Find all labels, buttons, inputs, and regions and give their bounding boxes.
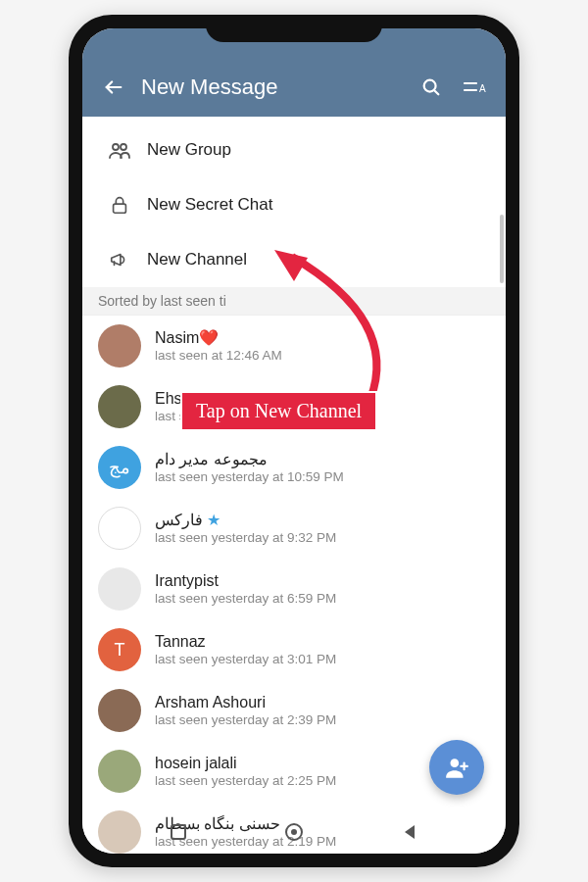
lock-icon (98, 194, 141, 216)
new-contact-fab[interactable] (429, 740, 484, 795)
avatar: مج (98, 446, 141, 489)
scrollbar[interactable] (500, 215, 504, 283)
nav-recent-icon[interactable] (170, 823, 187, 841)
contact-status: last seen yesterday at 3:01 PM (155, 652, 336, 668)
back-arrow-icon (103, 76, 124, 98)
people-icon (98, 138, 141, 162)
contact-row[interactable]: Irantypistlast seen yesterday at 6:59 PM (82, 559, 506, 619)
option-new-channel[interactable]: New Channel (82, 232, 506, 287)
contact-status: last seen at 12:46 AM (155, 348, 282, 365)
contact-name: Nasim❤️ (155, 328, 282, 348)
screen: New Message A New GroupNew Secret ChatNe… (82, 28, 506, 854)
nav-back-icon[interactable] (401, 823, 418, 841)
option-label: New Channel (141, 250, 247, 270)
sort-icon: A (463, 76, 486, 98)
contact-text: Irantypistlast seen yesterday at 6:59 PM (141, 571, 336, 608)
phone-notch (206, 15, 382, 42)
annotation-callout: Tap on New Channel (180, 391, 377, 431)
back-button[interactable] (92, 66, 135, 109)
contact-row[interactable]: TTannazlast seen yesterday at 3:01 PM (82, 619, 506, 680)
svg-point-7 (121, 144, 126, 150)
avatar (98, 324, 141, 368)
page-title: New Message (135, 74, 410, 100)
megaphone-icon (98, 249, 141, 270)
option-label: New Secret Chat (141, 195, 273, 215)
star-icon: ★ (207, 512, 220, 528)
contact-row[interactable]: فارکس ★last seen yesterday at 9:32 PM (82, 498, 506, 559)
contact-name: Irantypist (155, 571, 336, 591)
contact-text: hosein jalalilast seen yesterday at 2:25… (141, 754, 336, 790)
contact-status: last seen yesterday at 9:32 PM (155, 530, 336, 547)
contact-row[interactable]: Nasim❤️last seen at 12:46 AM (82, 316, 506, 376)
option-new-group[interactable]: New Group (82, 122, 506, 177)
add-person-icon (444, 755, 469, 780)
android-navbar (82, 810, 506, 854)
svg-point-6 (113, 144, 119, 150)
avatar (98, 385, 141, 428)
svg-rect-12 (172, 825, 185, 839)
avatar (98, 567, 141, 611)
contact-name: Tannaz (155, 632, 336, 652)
search-icon (420, 76, 442, 98)
contact-row[interactable]: Arsham Ashourilast seen yesterday at 2:3… (82, 680, 506, 741)
option-new-secret-chat[interactable]: New Secret Chat (82, 177, 506, 232)
contact-status: last seen yesterday at 6:59 PM (155, 591, 336, 608)
contact-text: فارکس ★last seen yesterday at 9:32 PM (141, 511, 336, 547)
contact-name: فارکس ★ (155, 511, 336, 530)
svg-rect-8 (114, 204, 126, 213)
contact-status: last seen yesterday at 2:39 PM (155, 712, 336, 729)
svg-point-9 (451, 759, 460, 767)
search-button[interactable] (410, 66, 453, 109)
svg-point-14 (291, 829, 297, 835)
contact-text: Nasim❤️last seen at 12:46 AM (141, 328, 282, 365)
nav-home-icon[interactable] (283, 821, 305, 843)
contact-name: hosein jalali (155, 754, 336, 773)
avatar (98, 689, 141, 732)
avatar: T (98, 628, 141, 671)
sort-button[interactable]: A (453, 66, 496, 109)
contact-text: Tannazlast seen yesterday at 3:01 PM (141, 632, 336, 668)
contact-text: مجموعه مدیر دامlast seen yesterday at 10… (141, 450, 344, 486)
contact-name: Arsham Ashouri (155, 693, 336, 712)
option-list: New GroupNew Secret ChatNew Channel (82, 117, 506, 287)
contact-row[interactable]: مجمجموعه مدیر دامlast seen yesterday at … (82, 437, 506, 498)
avatar (98, 750, 141, 793)
svg-line-2 (434, 90, 438, 94)
option-label: New Group (141, 140, 231, 160)
section-header: Sorted by last seen ti (82, 287, 506, 316)
phone-frame: New Message A New GroupNew Secret ChatNe… (69, 15, 519, 867)
contact-status: last seen yesterday at 2:25 PM (155, 773, 336, 790)
contact-status: last seen yesterday at 10:59 PM (155, 469, 344, 486)
avatar (98, 507, 141, 550)
contact-name: مجموعه مدیر دام (155, 450, 344, 469)
svg-text:A: A (479, 83, 486, 94)
contact-text: Arsham Ashourilast seen yesterday at 2:3… (141, 693, 336, 729)
